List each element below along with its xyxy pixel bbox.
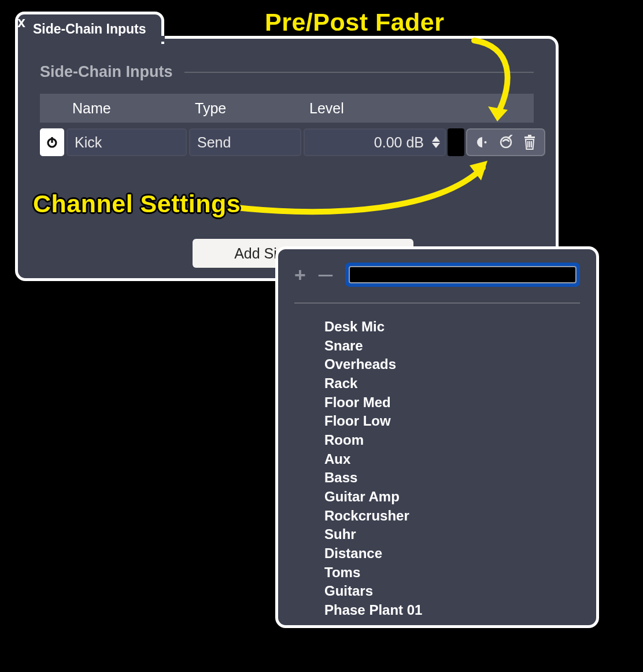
level-value: 0.00 dB (374, 134, 424, 151)
expand-button[interactable]: + (294, 265, 306, 285)
svg-rect-5 (524, 136, 535, 138)
list-item[interactable]: Phase Plant 01 (324, 601, 580, 619)
input-name-field[interactable]: Kick (66, 128, 187, 156)
search-inner (349, 266, 577, 283)
list-item[interactable]: Overheads (324, 355, 580, 374)
list-item[interactable]: Aux (324, 450, 580, 468)
level-stepper[interactable] (432, 136, 440, 148)
list-item[interactable]: Desk Mic (324, 317, 580, 336)
svg-rect-6 (528, 135, 531, 136)
list-item[interactable]: Guitar Amp (324, 488, 580, 506)
list-item[interactable]: Distance (324, 544, 580, 563)
channel-picker-panel: + – Desk MicSnareOverheadsRackFloor MedF… (275, 246, 599, 628)
pre-post-fader-icon (475, 135, 489, 149)
list-item[interactable]: Guitars (324, 582, 580, 600)
stepper-up-icon[interactable] (432, 136, 440, 142)
list-item[interactable]: Rockcrusher (324, 507, 580, 525)
row-actions (466, 128, 545, 156)
table-header: Name Type Level (40, 94, 534, 123)
close-button[interactable]: x (17, 14, 25, 31)
table-row: Kick Send 0.00 dB (40, 128, 534, 156)
power-icon (46, 136, 58, 148)
list-item[interactable]: Rack (324, 374, 580, 393)
list-item[interactable]: Floor Med (324, 393, 580, 412)
channel-settings-icon (498, 135, 513, 150)
delete-button[interactable] (521, 134, 538, 151)
list-item[interactable]: Room (324, 431, 580, 449)
list-item[interactable]: Suhr (324, 525, 580, 544)
stepper-down-icon[interactable] (432, 143, 440, 148)
section-title: Side-Chain Inputs (40, 63, 173, 81)
svg-rect-1 (51, 137, 53, 143)
row-gap (448, 128, 464, 156)
sidechain-inputs-panel: Side-Chain Inputs Name Type Level Kick S… (15, 36, 559, 281)
svg-point-2 (484, 141, 486, 143)
svg-point-3 (501, 137, 511, 147)
channel-list: Desk MicSnareOverheadsRackFloor MedFloor… (278, 304, 596, 619)
col-type: Type (187, 100, 301, 117)
list-item[interactable]: Bass (324, 468, 580, 487)
col-level: Level (301, 100, 465, 117)
channel-settings-button[interactable] (497, 134, 515, 151)
power-toggle[interactable] (40, 128, 64, 156)
annotation-pre-post-fader: Pre/Post Fader (265, 8, 445, 36)
pre-post-fader-button[interactable] (474, 134, 491, 151)
list-item[interactable]: Floor Low (324, 412, 580, 430)
input-type-field[interactable]: Send (189, 128, 301, 156)
tab-seam (18, 36, 165, 42)
svg-line-4 (508, 135, 512, 138)
annotation-channel-settings: Channel Settings (33, 190, 241, 218)
list-item[interactable]: Snare (324, 337, 580, 355)
col-name: Name (64, 100, 187, 117)
trash-icon (523, 135, 537, 150)
input-level-field[interactable]: 0.00 dB (304, 128, 446, 156)
list-item[interactable]: Toms (324, 563, 580, 582)
section-divider (184, 72, 534, 73)
collapse-button[interactable]: – (319, 261, 332, 286)
search-input[interactable] (345, 263, 580, 287)
